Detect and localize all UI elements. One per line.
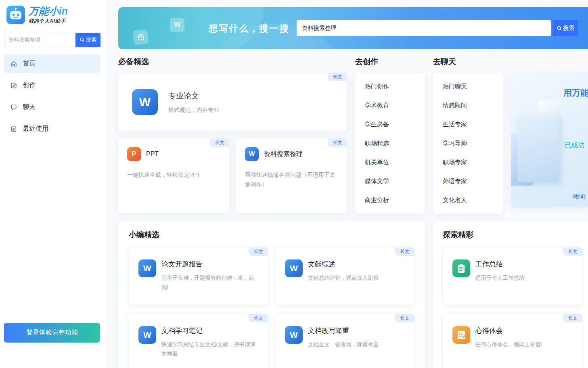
card-rewrite-dedup[interactable]: 长文 W 文档改写降重 文档全文一键改写，降重神器 — [275, 314, 414, 368]
promo-timestamp: 9秒前 — [572, 193, 586, 200]
word-icon: W — [245, 147, 259, 161]
card-title: 心得体会 — [475, 326, 542, 335]
create-category-list: 热门创作 学术教育 学生必备 职场精选 机关单位 媒体文学 商业分析 — [355, 73, 425, 213]
section-title-editors: 小编精选 — [129, 230, 414, 240]
robot-logo-icon — [6, 6, 25, 24]
bottom-sections-row: 小编精选 长文 W 论文开题报告 万事开头难，开题报告特别难～来，点我! — [118, 221, 588, 368]
sidebar-item-home[interactable]: 首页 — [4, 54, 100, 73]
app-window: 万能小in 我的个人AI助手 搜索 首页 创作 聊天 — [0, 0, 588, 368]
word-icon-letter: W — [139, 95, 151, 109]
top-sections-row: 必备精选 长文 W 专业论文 格式规范，内容专业 长文 P PPT — [118, 56, 588, 213]
card-title: 工作总结 — [475, 259, 525, 269]
chat-item-hot[interactable]: 热门聊天 — [433, 77, 503, 96]
card-title: 论文开题报告 — [161, 259, 260, 269]
sidebar-search-input[interactable] — [4, 33, 75, 47]
card-desc: 一键快速生成，轻松搞定PPT — [127, 170, 220, 180]
card-text: 专业论文 格式规范，内容专业 — [168, 91, 219, 114]
card-body: W 文档改写降重 文档全文一键改写，降重神器 — [285, 326, 406, 349]
logo: 万能小in 我的个人AI助手 — [0, 0, 107, 29]
chat-item-life[interactable]: 生活专家 — [433, 115, 503, 134]
card-body: 心得体会 任何心得体会，都能上价值! — [452, 326, 574, 349]
banner-search-button[interactable]: 搜索 — [552, 20, 578, 36]
card-head: P PPT — [127, 147, 220, 161]
card-title: 资料搜索整理 — [264, 150, 303, 159]
app-title: 万能小in — [29, 6, 68, 17]
create-item-workplace[interactable]: 职场精选 — [355, 134, 425, 153]
card-text: 文献综述 文献总结评价，观点深入剖析 — [308, 259, 379, 283]
editors-grid: 长文 W 论文开题报告 万事开头难，开题报告特别难～来，点我! 长文 W — [129, 247, 414, 368]
banner-search-button-label: 搜索 — [563, 25, 575, 32]
card-professional-paper[interactable]: 长文 W 专业论文 格式规范，内容专业 — [118, 73, 347, 132]
create-item-student[interactable]: 学生必备 — [355, 115, 425, 134]
main-content: W 想写什么，搜一搜 搜索 必备精选 长文 W — [107, 0, 588, 368]
chat-item-emotion[interactable]: 情感顾问 — [433, 96, 503, 115]
card-work-summary[interactable]: 长文 工作总结 适用于个人工作总结 — [443, 247, 582, 305]
card-reflections[interactable]: 长文 — [443, 314, 582, 368]
notes-icon — [452, 326, 470, 344]
card-text: 心得体会 任何心得体会，都能上价值! — [475, 326, 542, 349]
card-literature-review[interactable]: 长文 W 文献综述 文献总结评价，观点深入剖析 — [275, 247, 414, 305]
essentials-small-cards: 长文 P PPT 一键快速生成，轻松搞定PPT 长文 W 资料搜索整理 — [118, 138, 347, 213]
card-title: PPT — [146, 151, 159, 158]
create-item-hot[interactable]: 热门创作 — [355, 77, 425, 96]
card-ppt[interactable]: 长文 P PPT 一键快速生成，轻松搞定PPT — [118, 138, 229, 213]
promo-title-spacer — [511, 56, 588, 67]
card-research-search[interactable]: 长文 W 资料搜索整理 帮你快速搞懂各类问题（不适用于文章创作） — [236, 138, 347, 213]
promo-card[interactable]: 用万能 已成功 9秒前 — [511, 73, 588, 207]
word-icon-letter: W — [290, 263, 298, 273]
login-button[interactable]: 登录体验完整功能 — [4, 323, 100, 343]
word-icon: W — [138, 259, 156, 277]
section-title-create: 去创作 — [355, 56, 425, 67]
sidebar-search-button[interactable]: 搜索 — [75, 33, 100, 47]
long-text-badge: 长文 — [395, 314, 414, 322]
section-title-chat: 去聊天 — [433, 56, 503, 67]
sidebar-item-chat[interactable]: 聊天 — [4, 98, 100, 117]
word-icon-letter: W — [143, 263, 151, 273]
sidebar-search: 搜索 — [4, 33, 100, 47]
search-banner: W 想写什么，搜一搜 搜索 — [118, 7, 588, 49]
card-text: 文档学习笔记 快速学习总结专业文档/文献，把书读薄的神器 — [161, 326, 260, 359]
card-study-notes[interactable]: 长文 W 文档学习笔记 快速学习总结专业文档/文献，把书读薄的神器 — [129, 314, 268, 368]
section-essentials: 必备精选 长文 W 专业论文 格式规范，内容专业 长文 P PPT — [118, 56, 347, 213]
create-item-government[interactable]: 机关单位 — [355, 153, 425, 171]
sidebar-item-recent[interactable]: 最近使用 — [4, 120, 100, 138]
explore-cards: 长文 工作总结 适用于个人工作总结 — [443, 247, 578, 368]
card-title: 文档学习笔记 — [161, 326, 260, 335]
card-desc: 任何心得体会，都能上价值! — [475, 340, 542, 349]
card-desc: 格式规范，内容专业 — [168, 107, 219, 114]
chat-item-career[interactable]: 职场专家 — [433, 153, 503, 171]
card-thesis-proposal[interactable]: 长文 W 论文开题报告 万事开头难，开题报告特别难～来，点我! — [129, 247, 268, 305]
section-create: 去创作 热门创作 学术教育 学生必备 职场精选 机关单位 媒体文学 商业分析 — [355, 56, 425, 213]
sidebar: 万能小in 我的个人AI助手 搜索 首页 创作 聊天 — [0, 0, 107, 368]
long-text-badge: 长文 — [249, 247, 268, 256]
word-icon-letter: W — [249, 151, 255, 158]
banner-search-input[interactable] — [297, 20, 551, 36]
card-title: 文档改写降重 — [308, 326, 379, 335]
create-item-media[interactable]: 媒体文学 — [355, 171, 425, 190]
card-desc: 万事开头难，开题报告特别难～来，点我! — [161, 274, 260, 292]
chat-item-culture[interactable]: 文化名人 — [433, 190, 503, 209]
word-icon: W — [285, 259, 303, 277]
long-text-badge: 长文 — [563, 247, 582, 256]
sidebar-item-label: 首页 — [23, 59, 36, 68]
edit-icon — [10, 82, 17, 89]
word-icon: W — [132, 89, 158, 115]
long-text-badge: 长文 — [328, 73, 347, 81]
card-desc: 快速学习总结专业文档/文献，把书读薄的神器 — [161, 340, 260, 359]
logo-text: 万能小in 我的个人AI助手 — [29, 6, 68, 25]
section-chat: 去聊天 热门聊天 情感顾问 生活专家 学习导师 职场专家 外语专家 文化名人 — [433, 56, 503, 213]
word-icon-letter: W — [290, 330, 298, 340]
create-item-academic[interactable]: 学术教育 — [355, 96, 425, 115]
chat-item-language[interactable]: 外语专家 — [433, 171, 503, 190]
chat-category-list: 热门聊天 情感顾问 生活专家 学习导师 职场专家 外语专家 文化名人 — [433, 73, 503, 213]
sidebar-nav: 首页 创作 聊天 最近使用 — [0, 54, 107, 138]
chat-item-study[interactable]: 学习导师 — [433, 134, 503, 153]
ppt-icon-letter: P — [132, 151, 136, 158]
sidebar-item-create[interactable]: 创作 — [4, 76, 100, 95]
card-text: 文档改写降重 文档全文一键改写，降重神器 — [308, 326, 379, 349]
create-item-business[interactable]: 商业分析 — [355, 190, 425, 209]
card-body: W 论文开题报告 万事开头难，开题报告特别难～来，点我! — [138, 259, 260, 292]
search-icon — [557, 25, 562, 31]
card-desc: 文献总结评价，观点深入剖析 — [308, 274, 379, 283]
card-desc: 帮你快速搞懂各类问题（不适用于文章创作） — [245, 170, 338, 190]
